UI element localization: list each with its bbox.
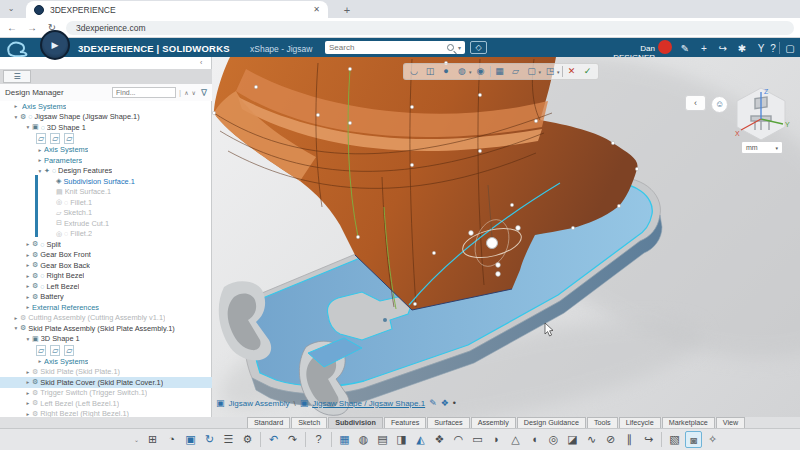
tab-features[interactable]: Features	[384, 417, 426, 428]
manipulator-center[interactable]	[487, 238, 498, 249]
collapse-caret-icon[interactable]: ⌄	[134, 436, 139, 443]
tag-icon[interactable]: ◇	[470, 41, 487, 54]
tree-item-left-bezel-inst[interactable]: ▸⚙Left Bezel (Left Bezel.1)	[0, 398, 212, 409]
help-icon[interactable]: ?	[310, 431, 327, 448]
box-select-icon[interactable]: ▢	[525, 65, 539, 78]
expand-caret[interactable]: ▸	[24, 252, 32, 258]
manipulator-handle[interactable]	[469, 231, 474, 236]
3d-viewport[interactable]: ◡ ◫ ● ◍▾ ◉ ▦ ▱ ▢▾ ◳▾ ✕ ✓ ‹ ☺	[212, 57, 800, 417]
solid-box-icon[interactable]: ▭	[469, 431, 486, 448]
tree-item-trigger-switch[interactable]: ▸⚙Trigger Switch (Trigger Switch.1)	[0, 388, 212, 399]
curve-bend-icon[interactable]: ◠	[450, 431, 467, 448]
plane-zx-icon[interactable]: ▱	[64, 133, 74, 144]
symmetry-icon[interactable]: ◫	[423, 65, 437, 78]
tree-item-skid-plate-cover[interactable]: ▸⚙Skid Plate Cover (Skid Plate Cover.1)	[0, 377, 212, 388]
shell-half-icon[interactable]: ◖	[526, 431, 543, 448]
sync-icon[interactable]: ↻	[201, 431, 218, 448]
tree-item-subdivision-surface[interactable]: ◈Subdivision Surface.1	[0, 176, 212, 187]
tree-item-gear-box-front[interactable]: ▸⚙Gear Box Front	[0, 250, 212, 261]
plane-yz-icon[interactable]: ▱	[50, 133, 60, 144]
manipulator-handle[interactable]	[496, 272, 501, 277]
find-input[interactable]	[116, 89, 172, 96]
browser-tab[interactable]: 3DEXPERIENCE ✕	[26, 1, 328, 18]
chevron-down-icon[interactable]: ▾	[469, 69, 472, 75]
box-delete-icon[interactable]: ◪	[564, 431, 581, 448]
fullscreen-icon[interactable]: ▢	[783, 42, 797, 56]
arrow-export-icon[interactable]: ↪	[640, 431, 657, 448]
bend-tool-icon[interactable]: ∿	[583, 431, 600, 448]
sample-elephant-icon[interactable]: ◙	[685, 431, 702, 448]
tab-view[interactable]: View	[716, 417, 745, 428]
sample-toy-icon[interactable]: ✧	[704, 431, 721, 448]
tree-item-cutting-assembly[interactable]: ▸⚙Cutting Assembly (Cutting Assembly v1.…	[0, 313, 212, 324]
forward-icon[interactable]: →	[26, 22, 38, 33]
tree-item-fillet-1[interactable]: ◎◌Fillet.1	[0, 197, 212, 208]
address-bar[interactable]: 3dexperience.com	[66, 21, 794, 35]
expand-caret[interactable]: ▸	[24, 273, 32, 279]
tab-standard[interactable]: Standard	[247, 417, 290, 428]
tab-tools[interactable]: Tools	[587, 417, 618, 428]
undo-icon[interactable]: ↶	[265, 431, 282, 448]
panel-collapse-icon[interactable]: ‹	[200, 59, 202, 66]
tree-item-split[interactable]: ▸⚙◌Split	[0, 239, 212, 250]
expand-caret[interactable]: ▸	[36, 358, 44, 364]
tab-marketplace[interactable]: Marketplace	[662, 417, 715, 428]
magnet-icon[interactable]: ◡	[407, 65, 421, 78]
sphere-mode-icon[interactable]: ●	[439, 65, 453, 78]
tree-item-left-bezel[interactable]: ▸⚙◌Left Bezel	[0, 281, 212, 292]
search-caret-icon[interactable]: ▾	[458, 44, 461, 51]
share-icon[interactable]: ↪	[716, 42, 730, 56]
tab-close-icon[interactable]: ✕	[313, 5, 320, 14]
expand-caret[interactable]: ▸	[12, 315, 20, 321]
cut-disc-icon[interactable]: ◗	[488, 431, 505, 448]
expand-caret[interactable]: ▾	[24, 336, 32, 342]
gear-icon[interactable]: ⚙	[239, 431, 256, 448]
manage-icon[interactable]: ☰	[220, 431, 237, 448]
breadcrumb-root-link[interactable]: Jigsaw Assembly	[229, 399, 290, 408]
history-icon[interactable]: ◔	[163, 431, 180, 448]
tab-assembly[interactable]: Assembly	[471, 417, 516, 428]
parallel-planes-icon[interactable]: ∥	[621, 431, 638, 448]
design-manager-tab-icon[interactable]: ☰	[3, 70, 31, 83]
redo-icon[interactable]: ↷	[284, 431, 301, 448]
global-search[interactable]: ▾	[325, 41, 465, 54]
new-tab-button[interactable]: +	[340, 3, 354, 17]
tree-item-right-bezel-inst[interactable]: ▸⚙Right Bezel (Right Bezel.1)	[0, 409, 212, 418]
wire-sphere-icon[interactable]: ◍	[355, 431, 372, 448]
expand-caret[interactable]: ▸	[24, 411, 32, 417]
expand-caret[interactable]: ▾	[24, 124, 32, 130]
expand-caret[interactable]: ▸	[24, 304, 32, 310]
sphere-cut-icon[interactable]: ◎	[545, 431, 562, 448]
expand-caret[interactable]: ▾	[12, 114, 20, 120]
expand-caret[interactable]: ▸	[12, 103, 20, 109]
tab-lifecycle[interactable]: Lifecycle	[619, 417, 661, 428]
plane-zx-icon[interactable]: ▱	[64, 345, 74, 356]
tree-item-extrude-cut[interactable]: ⊟Extrude Cut.1	[0, 218, 212, 229]
plane-xy-icon[interactable]: ▱	[36, 345, 46, 356]
share-content-icon[interactable]: ⊞	[144, 431, 161, 448]
edit-shape-icon[interactable]: ✎	[429, 398, 437, 408]
add-content-icon[interactable]: +	[697, 42, 711, 56]
zigzag-profile-icon[interactable]: △	[507, 431, 524, 448]
sample-box-icon[interactable]: ▧	[666, 431, 683, 448]
find-next-icon[interactable]: ∨	[192, 89, 196, 96]
plane-yz-icon[interactable]: ▱	[50, 345, 60, 356]
tree-item-jigsaw-shape[interactable]: ▾⚙◌Jigsaw Shape (Jigsaw Shape.1)	[0, 112, 212, 123]
expand-caret[interactable]: ▸	[36, 157, 44, 163]
tree-item-gear-box-back[interactable]: ▸⚙Gear Box Back	[0, 260, 212, 271]
tree-item-axis-systems[interactable]: ▸Axis Systems	[0, 145, 212, 156]
user-avatar[interactable]	[658, 40, 672, 54]
tab-sketch[interactable]: Sketch	[291, 417, 327, 428]
expand-caret[interactable]: ▸	[24, 241, 32, 247]
tree-item-skid-plate[interactable]: ▸⚙Skid Plate (Skid Plate.1)	[0, 367, 212, 378]
surface-grid-icon[interactable]: ▦	[336, 431, 353, 448]
tree-planes-row[interactable]: ▱▱▱	[0, 133, 212, 145]
tree-item-sketch-1[interactable]: ▱Sketch.1	[0, 208, 212, 219]
3d-scene[interactable]	[212, 57, 800, 417]
expand-caret[interactable]: ▸	[24, 294, 32, 300]
cone-tool-icon[interactable]: ◭	[412, 431, 429, 448]
notifications-icon[interactable]: ✎	[678, 42, 692, 56]
tree-item-design-features[interactable]: ▾✦◌Design Features	[0, 166, 212, 177]
select-mode-icon[interactable]: ◉	[474, 65, 488, 78]
tab-design-guidance[interactable]: Design Guidance	[517, 417, 586, 428]
